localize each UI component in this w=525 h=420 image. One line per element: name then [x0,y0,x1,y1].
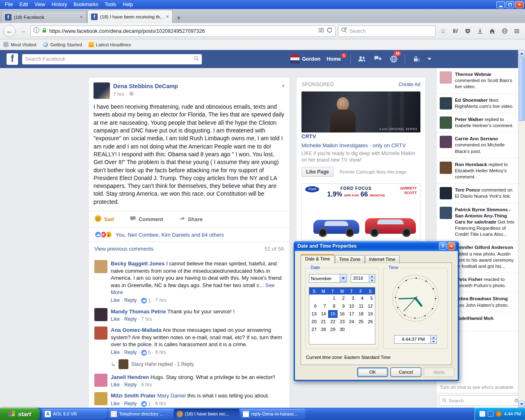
commenter-avatar[interactable] [94,374,107,387]
menu-help[interactable]: Help [119,1,136,8]
ticker-item[interactable]: Patrick Byrne Simmons ▸ San Antonio Any-… [436,203,518,242]
notifications-globe-icon[interactable]: 18 [389,54,399,64]
post-author-link[interactable]: Dena Stebbins DeCamp [113,83,178,89]
calendar-day-cell[interactable]: 29 [328,326,338,333]
plugins-globe-icon[interactable] [500,26,509,36]
commenter-avatar[interactable] [94,326,107,340]
ticker-name-link[interactable]: Chris Fisher [455,277,482,282]
ticker-item[interactable]: Peter Walker replied to Isabelle Hertner… [436,113,518,132]
start-button[interactable]: start [0,408,40,420]
browser-search-input[interactable] [349,28,433,34]
menu-view[interactable]: View [31,1,48,8]
back-button[interactable]: ← [3,25,16,37]
facebook-search-bar[interactable] [22,54,202,64]
share-button[interactable]: Share [179,215,203,224]
taskbar-task[interactable]: (18) I have been rec... [174,409,239,419]
see-more-link[interactable]: See More [111,282,275,296]
ticker-group-link[interactable]: San Antonio Any-Thing Cars for sale/trad… [455,213,507,224]
month-dropdown[interactable]: November [309,274,347,283]
calendar-day-cell[interactable]: 20 [309,318,319,326]
account-menu-chevron-icon[interactable] [427,58,431,60]
sidebar-search-bar[interactable]: ⚙ [439,395,525,406]
reaction-names-link[interactable]: You, Neil Combee, Kim Daniels and 84 oth… [116,232,224,238]
home-link[interactable]: Home 1 [326,56,344,62]
taskbar-task[interactable]: Telephone directory ... [108,409,173,419]
calendar-day-cell[interactable]: 9 [338,302,347,310]
bookmark-star-icon[interactable]: ☆ [438,26,448,36]
menu-history[interactable]: History [48,1,70,8]
scroll-down-arrow[interactable] [518,401,525,408]
month-dropdown-arrow[interactable] [340,274,347,282]
commenter-avatar[interactable] [94,392,107,405]
taskbar-task[interactable]: AOL 9.0 VR [42,409,107,419]
calendar-day-cell[interactable]: 21 [319,318,328,326]
mention-link[interactable]: Mary Daniel [157,393,185,399]
facebook-search-input[interactable] [25,56,194,62]
commenter-avatar[interactable] [94,260,107,273]
search-engine-icon[interactable] [341,27,347,35]
friend-requests-icon[interactable] [357,54,367,64]
post-author-avatar[interactable] [94,82,110,99]
post-timestamp[interactable]: 7 hrs [113,91,124,97]
commenter-name-link[interactable]: Mitzi Smith Prater [111,393,156,399]
privacy-lock-icon[interactable] [411,54,421,64]
sidebar-search-input[interactable] [449,398,512,403]
reader-mode-icon[interactable] [318,27,324,35]
vertical-scrollbar[interactable] [518,50,525,408]
ticker-item[interactable]: Carrie Ann Serrano commented on Michelle… [436,132,518,158]
calendar-day-cell[interactable]: 24 [347,318,356,326]
calendar-day-cell[interactable]: 5 [365,294,375,302]
calendar-day-cell[interactable]: 6 [309,302,319,310]
profile-link[interactable]: Gordon [290,55,320,64]
calendar-day-cell[interactable]: 13 [309,310,319,318]
ford-ad-image[interactable]: Ford FORD FOCUS 1.9% APR FOR 66 /MONTHS … [301,183,420,241]
commenter-avatar[interactable] [94,308,107,321]
ticker-name-link[interactable]: Carrie Ann Serrano [455,136,498,141]
ticker-item[interactable]: Ron Hornback replied to Elizabeth Heller… [436,158,518,184]
scrollbar-thumb[interactable] [519,57,525,121]
calendar-day-cell[interactable]: 2 [338,294,347,302]
calendar-day-cell[interactable]: 17 [347,310,356,318]
view-previous-comments-link[interactable]: View previous comments [94,246,153,252]
comment-reply-link[interactable]: Reply [124,297,137,303]
post-options-chevron-icon[interactable]: ▾ [282,82,285,99]
firefox-tray-icon[interactable] [496,411,502,417]
bookmark-item[interactable]: Most Visited [3,42,36,47]
comment-button[interactable]: Comment [130,215,163,224]
calendar-day-cell[interactable]: 23 [338,318,347,326]
tab-date-time[interactable]: Date & Time [301,254,335,264]
tab-facebook[interactable]: f (18) Facebook × [1,11,87,23]
ticker-name-link[interactable]: Patrick Byrne Simmons [455,207,508,212]
tab-post[interactable]: f (18) I have been receiving th... × [87,10,173,23]
ticker-item[interactable]: Therese Webnar commented on Scott Baio's… [436,68,518,94]
comment-like-count[interactable]: 1 [141,401,151,407]
comment-like-link[interactable]: Like [111,316,120,322]
search-icon[interactable] [194,55,199,63]
dialog-help-button[interactable]: ? [439,242,447,250]
commenter-name-link[interactable]: Becky Baggett Jones [111,260,165,267]
year-down-arrow[interactable] [369,278,375,282]
comment-reply-link[interactable]: Reply [124,382,137,388]
dialog-title-bar[interactable]: Date and Time Properties ? × [295,241,458,251]
clock[interactable]: 4:44 PM [504,411,521,416]
year-up-arrow[interactable] [369,274,375,278]
taskbar-task[interactable]: reply-Dena-re-harass... [240,409,305,419]
calendar-day-cell[interactable]: 12 [365,302,375,310]
ad-title-link[interactable]: Michelle Malkin Investigates - only on C… [301,142,420,148]
time-down-arrow[interactable] [431,339,436,343]
time-spinner[interactable]: 4:44:37 PM [394,335,437,344]
library-icon[interactable] [450,26,460,36]
menu-file[interactable]: File [2,1,16,8]
calendar-day-cell[interactable]: 16 [338,310,347,318]
url-bar[interactable] [30,25,336,37]
comment-like-link[interactable]: Like [111,382,120,388]
calendar-day-cell[interactable]: 4 [356,294,365,302]
menu-edit[interactable]: Edit [16,1,31,8]
calendar-day-cell[interactable]: 1 [328,294,338,302]
reload-button[interactable] [326,27,333,35]
calendar-day-cell[interactable]: 8 [328,302,338,310]
tab-close-icon[interactable]: × [80,14,83,20]
calendar-day-cell[interactable]: 3 [347,294,356,302]
ticker-name-link[interactable]: Jennifer Gilford Anderson [455,245,513,250]
tab-time-zone[interactable]: Time Zone [335,255,365,263]
